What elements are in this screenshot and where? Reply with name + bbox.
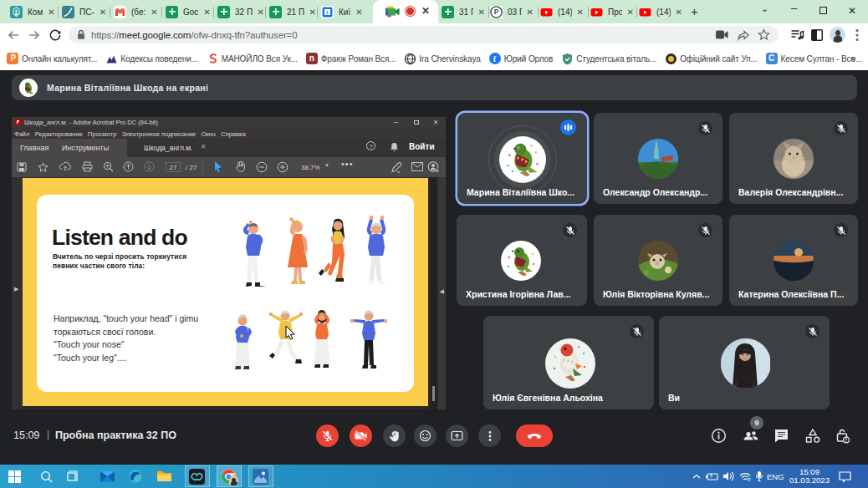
svg-text:P: P — [494, 8, 499, 16]
